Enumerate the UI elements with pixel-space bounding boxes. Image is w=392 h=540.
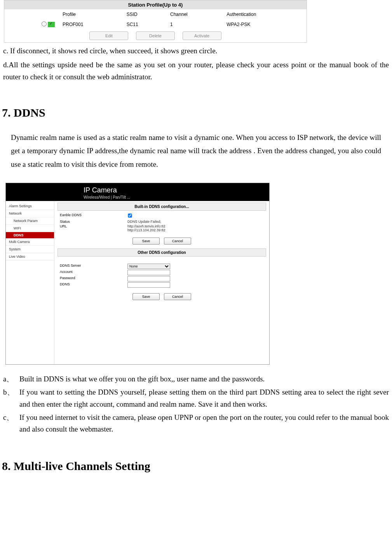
col-ssid: SSID (123, 9, 166, 19)
account-label: Account (57, 270, 127, 275)
profile-radio[interactable] (42, 21, 47, 26)
ddns-input[interactable] (127, 282, 170, 288)
url-line1: http://aovh.tenvis.info:82 (127, 224, 266, 228)
account-input[interactable] (127, 270, 170, 275)
list-text-a: Built in DDNS is what we offer you on th… (19, 373, 389, 385)
list-text-b: If you want to setting the DDNS yourself… (19, 386, 389, 410)
enable-ddns-checkbox[interactable] (128, 213, 132, 217)
col-channel: Channel (166, 9, 223, 19)
other-ddns-title: Other DDNS configuration (57, 248, 266, 257)
password-label: Password (57, 276, 127, 281)
builtin-ddns-title: Built-in DDNS configuration... (57, 203, 266, 211)
ddns-label: DDNS (57, 282, 127, 288)
list-text-c: If you need internet to visit the camera… (19, 412, 389, 435)
ddns-intro: Dynamic realm name is used as a static r… (0, 131, 392, 171)
col-profile: Profile (59, 9, 123, 19)
sidebar-item-wifi[interactable]: WIFI (6, 225, 54, 232)
cell-auth: WPA2-PSK (223, 19, 307, 29)
paragraph-c: c. If disconnect, it shows red circle, w… (0, 45, 392, 57)
list-marker-b: b、 (3, 386, 19, 410)
ipcam-subtitle: Wireless/Wired | Pan/Tilt ... (84, 195, 269, 199)
ddns-server-label: DDNS Server (57, 264, 127, 269)
other-save-button[interactable]: Save (132, 293, 160, 300)
list-marker-c: c、 (3, 412, 19, 435)
col-auth: Authentication (223, 9, 307, 19)
other-cancel-button[interactable]: Cancel (164, 293, 191, 300)
ddns-server-select[interactable]: None (127, 264, 170, 269)
heading-ddns: 7. DDNS (0, 106, 392, 119)
sidebar-item-live[interactable]: Live Video (6, 253, 54, 260)
delete-button[interactable]: Delete (136, 31, 175, 40)
activate-button[interactable]: Activate (183, 31, 221, 40)
heading-multilive: 8. Multi-live Channels Setting (0, 460, 392, 473)
sidebar-item-system[interactable]: System (6, 246, 54, 253)
sidebar-item-network[interactable]: Network (6, 210, 54, 217)
enable-ddns-label: Eanble DDNS (57, 213, 127, 219)
sidebar-item-alarm[interactable]: Alarm Settings (6, 203, 54, 210)
table-row[interactable]: PROF001 SC11 1 WPA2-PSK (4, 19, 307, 29)
sidebar-item-ddns[interactable]: DDNS (6, 232, 54, 238)
ipcam-header: IP Camera Wireless/Wired | Pan/Tilt ... (6, 183, 269, 201)
url-line2: http://113.104.202.39:82 (127, 228, 266, 232)
edit-button[interactable]: Edit (89, 31, 128, 40)
ipcamera-screenshot: IP Camera Wireless/Wired | Pan/Tilt ... … (5, 183, 270, 365)
sidebar-item-network-param[interactable]: Network Param (6, 217, 54, 225)
cell-channel: 1 (166, 19, 223, 29)
list-marker-a: a、 (3, 373, 19, 385)
builtin-save-button[interactable]: Save (132, 238, 160, 245)
lettered-list: a、 Built in DDNS is what we offer you on… (0, 372, 392, 436)
ipcam-title: IP Camera (84, 186, 269, 194)
ipcam-main: Built-in DDNS configuration... Eanble DD… (54, 201, 269, 364)
sidebar-item-multi[interactable]: Multi Camera (6, 238, 54, 246)
station-profile-title: Station Profile(Up to 4) (4, 0, 307, 9)
cell-ssid: SC11 (123, 19, 166, 29)
cell-profile: PROF001 (59, 19, 123, 29)
paragraph-d: d.All the settings upside need be the sa… (0, 59, 392, 83)
station-profile-panel: Station Profile(Up to 4) Profile SSID Ch… (4, 0, 307, 43)
status-value: DDNS Update Failed; (127, 220, 266, 224)
station-table: Profile SSID Channel Authentication PROF… (4, 9, 307, 29)
password-input[interactable] (127, 276, 170, 281)
status-label: Status (57, 220, 127, 224)
ipcam-sidebar: Alarm Settings Network Network Param WIF… (6, 201, 54, 364)
status-indicator-icon (48, 22, 55, 27)
url-label: URL (57, 224, 127, 232)
builtin-cancel-button[interactable]: Cancel (164, 238, 191, 245)
